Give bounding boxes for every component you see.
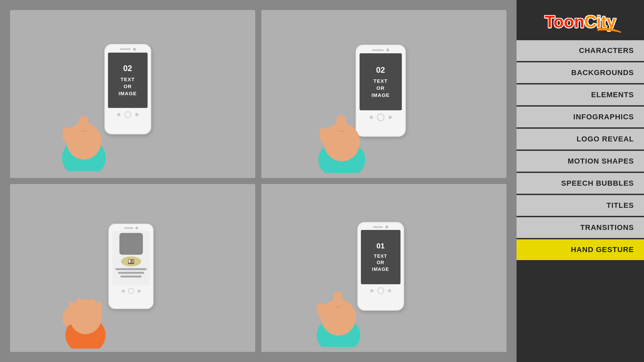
phone-screen-3: 🍱	[112, 231, 150, 285]
logo-toon: Toon	[545, 12, 584, 31]
app-line-2	[118, 272, 144, 274]
grid-cell-1[interactable]: 02 TEXTORIMAGE	[10, 10, 255, 178]
teal-hand-2	[310, 96, 374, 173]
grid-cell-2[interactable]: 02 TEXTORIMAGE	[261, 10, 506, 178]
svg-rect-15	[96, 302, 102, 318]
sidebar: ToonCity CHARACTERS BACKGROUNDS ELEMENTS…	[517, 0, 644, 362]
svg-rect-7	[336, 115, 346, 143]
svg-rect-13	[76, 298, 82, 317]
nav-item-hand-gesture[interactable]: HAND GESTURE	[517, 239, 644, 260]
main-content-area: 02 TEXTORIMAGE	[0, 0, 517, 362]
nav-item-titles[interactable]: TITLES	[517, 195, 644, 216]
phone-screen-1: 02 TEXTORIMAGE	[108, 53, 148, 108]
nav-item-infographics[interactable]: INFOGRAPHICS	[517, 107, 644, 127]
screen-text-1: TEXTORIMAGE	[118, 76, 137, 97]
nav-item-characters[interactable]: CHARACTERS	[517, 40, 644, 61]
app-food-item: 🍱	[121, 256, 141, 266]
svg-rect-14	[90, 299, 96, 317]
grid-cell-3[interactable]: 🍱	[10, 184, 255, 352]
screen-number-2: 02	[376, 65, 385, 75]
app-line-3	[120, 276, 141, 278]
nav-item-motion-shapes[interactable]: MOTION SHAPES	[517, 151, 644, 172]
app-line-1	[115, 268, 147, 270]
logo-swoosh	[597, 27, 621, 33]
phone-1: 02 TEXTORIMAGE	[104, 44, 151, 134]
nav-item-transitions[interactable]: TRANSITIONS	[517, 217, 644, 238]
nav-item-backgrounds[interactable]: BACKGROUNDS	[517, 62, 644, 83]
phone-screen-4: 01 TEXTORIMAGE	[361, 230, 400, 284]
video-grid: 02 TEXTORIMAGE	[10, 10, 506, 352]
orange-hand-3	[59, 268, 112, 349]
screen-text-2: TEXTORIMAGE	[371, 77, 389, 99]
svg-rect-2	[79, 116, 88, 143]
screen-number-4: 01	[376, 242, 384, 250]
phone-4: 01 TEXTORIMAGE	[357, 222, 404, 311]
app-image-placeholder	[119, 233, 143, 255]
grid-cell-4[interactable]: 01 TEXTORIMAGE	[261, 184, 506, 352]
screen-text-4: TEXTORIMAGE	[372, 253, 389, 273]
phone-3: 🍱	[108, 224, 154, 309]
nav-item-elements[interactable]: ELEMENTS	[517, 84, 644, 105]
nav-item-speech-bubbles[interactable]: SPEECH BUBBLES	[517, 173, 644, 194]
svg-rect-19	[333, 292, 342, 318]
screen-number-1: 02	[123, 64, 132, 73]
logo-area: ToonCity	[517, 7, 644, 40]
nav-item-logo-reveal[interactable]: LOGO REVEAL	[517, 129, 644, 149]
nav-menu: CHARACTERS BACKGROUNDS ELEMENTS INFOGRAP…	[517, 40, 644, 267]
